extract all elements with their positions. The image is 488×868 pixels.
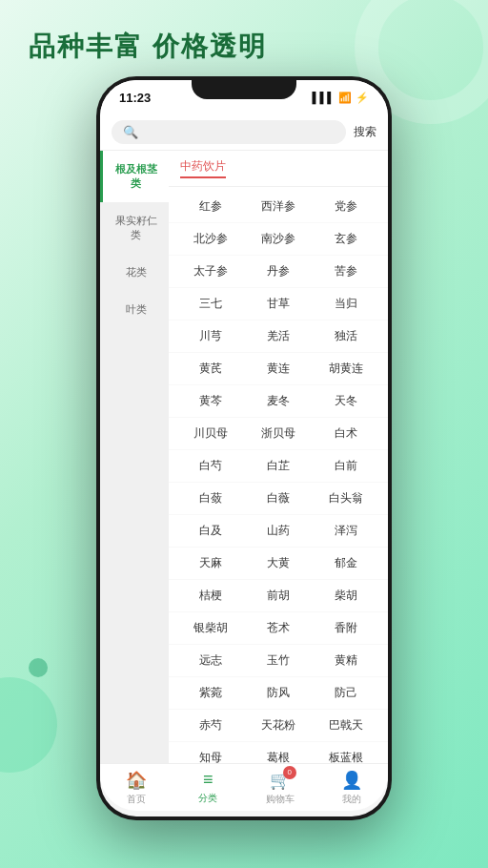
list-item[interactable]: 浙贝母 — [244, 424, 312, 444]
list-item[interactable]: 黄连 — [244, 359, 312, 379]
list-item[interactable]: 白及 — [176, 521, 244, 541]
table-row[interactable]: 白蔹白薇白头翁 — [169, 483, 388, 515]
table-row[interactable]: 天麻大黄郁金 — [169, 548, 388, 580]
list-item[interactable]: 白薇 — [244, 488, 312, 508]
list-item[interactable]: 白头翁 — [313, 488, 380, 508]
list-item[interactable]: 白术 — [313, 424, 380, 444]
list-item[interactable]: 大黄 — [244, 553, 312, 573]
list-item[interactable]: 板蓝根 — [313, 748, 380, 763]
status-icons: ▌▌▌ 📶 ⚡ — [313, 92, 369, 104]
list-item[interactable]: 泽泻 — [313, 521, 380, 541]
list-item[interactable]: 丹参 — [244, 261, 312, 281]
list-item[interactable]: 柴胡 — [313, 586, 380, 606]
category-icon: ≡ — [203, 770, 214, 790]
list-item[interactable]: 白芍 — [176, 456, 244, 476]
sidebar-item-root[interactable]: 根及根茎类 — [100, 151, 169, 202]
list-item[interactable]: 胡黄连 — [313, 359, 380, 379]
list-item[interactable]: 川贝母 — [176, 424, 244, 444]
list-item[interactable]: 白芷 — [244, 456, 312, 476]
list-item[interactable]: 红参 — [176, 196, 244, 217]
list-item[interactable]: 玉竹 — [244, 651, 312, 671]
list-item[interactable]: 甘草 — [244, 294, 312, 314]
main-content: 根及根茎类 果实籽仁类 花类 叶类 中药饮片 红参西洋参党参北沙参南沙参玄参太子… — [100, 151, 388, 763]
list-item[interactable]: 山药 — [244, 521, 312, 541]
list-item[interactable]: 太子参 — [176, 261, 244, 281]
nav-item-cart[interactable]: 🛒 0 购物车 — [244, 770, 316, 806]
table-row[interactable]: 紫菀防风防己 — [169, 677, 388, 710]
table-row[interactable]: 黄芪黄连胡黄连 — [169, 353, 388, 385]
list-item[interactable]: 黄芩 — [176, 391, 244, 411]
list-item[interactable]: 知母 — [176, 748, 244, 763]
table-row[interactable]: 太子参丹参苦参 — [169, 256, 388, 288]
phone-notch — [192, 76, 296, 99]
list-item[interactable]: 葛根 — [244, 748, 312, 763]
table-row[interactable]: 银柴胡苍术香附 — [169, 612, 388, 645]
nav-item-home[interactable]: 🏠 首页 — [100, 770, 173, 806]
list-item[interactable]: 远志 — [176, 651, 244, 671]
sidebar-item-leaf[interactable]: 叶类 — [100, 291, 169, 328]
table-row[interactable]: 桔梗前胡柴胡 — [169, 580, 388, 612]
list-item[interactable]: 赤芍 — [176, 715, 244, 735]
table-row[interactable]: 黄芩麦冬天冬 — [169, 385, 388, 418]
list-item[interactable]: 紫菀 — [176, 683, 244, 703]
list-item[interactable]: 巴戟天 — [313, 715, 380, 735]
table-row[interactable]: 知母葛根板蓝根 — [169, 742, 388, 763]
home-icon: 🏠 — [126, 770, 147, 791]
search-button[interactable]: 搜索 — [354, 124, 376, 140]
nav-item-profile[interactable]: 👤 我的 — [316, 770, 389, 806]
list-item[interactable]: 黄精 — [313, 651, 380, 671]
battery-icon: ⚡ — [356, 92, 369, 104]
search-bar[interactable]: 🔍 搜索 — [100, 114, 388, 151]
list-item[interactable]: 玄参 — [313, 229, 380, 249]
list-item[interactable]: 三七 — [176, 294, 244, 314]
nav-label-home: 首页 — [127, 793, 146, 806]
list-item[interactable]: 当归 — [313, 294, 380, 314]
list-item[interactable]: 银柴胡 — [176, 618, 244, 638]
sidebar-item-flower[interactable]: 花类 — [100, 254, 169, 291]
list-item[interactable]: 香附 — [313, 618, 380, 638]
phone-inner: 11:23 ▌▌▌ 📶 ⚡ 🔍 搜索 根及根茎类 果实籽仁类 花类 叶类 — [100, 80, 388, 816]
list-item[interactable]: 羌活 — [244, 326, 312, 346]
list-item[interactable]: 白前 — [313, 456, 380, 476]
list-item[interactable]: 苦参 — [313, 261, 380, 281]
table-row[interactable]: 川贝母浙贝母白术 — [169, 418, 388, 450]
list-item[interactable]: 前胡 — [244, 586, 312, 606]
list-item[interactable]: 防风 — [244, 683, 312, 703]
nav-label-category: 分类 — [198, 792, 217, 805]
cart-badge: 0 — [283, 766, 296, 779]
list-item[interactable]: 桔梗 — [176, 586, 244, 606]
category-tab-active[interactable]: 中药饮片 — [180, 158, 226, 178]
table-row[interactable]: 北沙参南沙参玄参 — [169, 223, 388, 256]
list-item[interactable]: 天麻 — [176, 553, 244, 573]
list-item[interactable]: 北沙参 — [176, 229, 244, 249]
list-item[interactable]: 麦冬 — [244, 391, 312, 411]
sidebar-item-fruit[interactable]: 果实籽仁类 — [100, 202, 169, 254]
list-item[interactable]: 天冬 — [313, 391, 380, 411]
table-row[interactable]: 远志玉竹黄精 — [169, 645, 388, 677]
bg-decoration-dot — [29, 658, 48, 677]
search-input-container[interactable]: 🔍 — [112, 120, 346, 144]
right-content: 中药饮片 红参西洋参党参北沙参南沙参玄参太子参丹参苦参三七甘草当归川芎羌活独活黄… — [169, 151, 388, 763]
list-item[interactable]: 党参 — [313, 196, 380, 217]
phone-frame: 11:23 ▌▌▌ 📶 ⚡ 🔍 搜索 根及根茎类 果实籽仁类 花类 叶类 — [96, 76, 392, 820]
list-item[interactable]: 天花粉 — [244, 715, 312, 735]
list-item[interactable]: 西洋参 — [244, 196, 312, 217]
list-item[interactable]: 川芎 — [176, 326, 244, 346]
list-item[interactable]: 南沙参 — [244, 229, 312, 249]
table-row[interactable]: 白芍白芷白前 — [169, 450, 388, 483]
list-item[interactable]: 独活 — [313, 326, 380, 346]
table-row[interactable]: 白及山药泽泻 — [169, 515, 388, 548]
table-row[interactable]: 赤芍天花粉巴戟天 — [169, 710, 388, 742]
table-row[interactable]: 红参西洋参党参 — [169, 191, 388, 223]
bottom-nav: 🏠 首页 ≡ 分类 🛒 0 购物车 👤 我的 — [100, 763, 388, 811]
sidebar: 根及根茎类 果实籽仁类 花类 叶类 — [100, 151, 169, 763]
list-item[interactable]: 防己 — [313, 683, 380, 703]
list-item[interactable]: 郁金 — [313, 553, 380, 573]
list-item[interactable]: 白蔹 — [176, 488, 244, 508]
list-item[interactable]: 黄芪 — [176, 359, 244, 379]
nav-item-category[interactable]: ≡ 分类 — [173, 770, 245, 805]
items-grid: 红参西洋参党参北沙参南沙参玄参太子参丹参苦参三七甘草当归川芎羌活独活黄芪黄连胡黄… — [169, 187, 388, 763]
list-item[interactable]: 苍术 — [244, 618, 312, 638]
table-row[interactable]: 川芎羌活独活 — [169, 320, 388, 353]
table-row[interactable]: 三七甘草当归 — [169, 288, 388, 320]
